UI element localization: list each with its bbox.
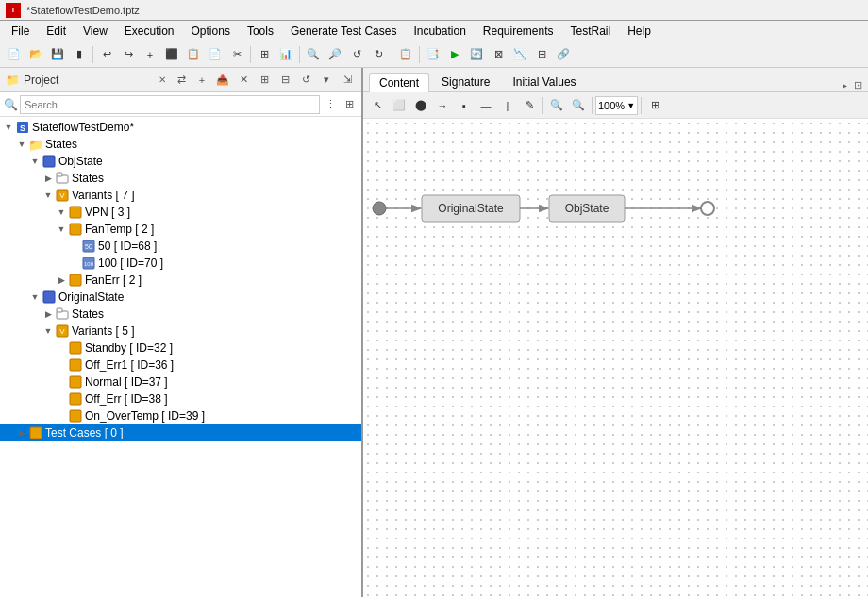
search-filter-btn[interactable]: ⊞ xyxy=(341,96,358,113)
toolbar-icon21[interactable]: ⊠ xyxy=(488,44,509,65)
panel-sync-btn[interactable]: ⇄ xyxy=(173,72,190,89)
tab-arrow-icon[interactable]: ▸ xyxy=(840,80,850,91)
rt-btn5[interactable]: ▪ xyxy=(454,95,475,116)
icon-offerr xyxy=(68,391,83,406)
rt-btn4[interactable]: → xyxy=(432,95,453,116)
expander-root[interactable]: ▼ xyxy=(2,123,15,132)
diagram-canvas[interactable]: OriginalState ObjState xyxy=(363,119,868,597)
rt-btn3[interactable]: ⬤ xyxy=(410,95,431,116)
rt-btn6[interactable]: — xyxy=(476,95,496,116)
tree-item-states-folder[interactable]: ▼ 📁 States xyxy=(0,136,361,153)
expander-originalstate[interactable]: ▼ xyxy=(28,292,42,302)
tree-item-fantemp[interactable]: ▼ FanTemp [ 2 ] xyxy=(0,221,361,238)
panel-dropdown-btn[interactable]: ▾ xyxy=(318,72,335,89)
panel-import-btn[interactable]: 📥 xyxy=(214,72,231,89)
menu-file[interactable]: File xyxy=(4,23,37,40)
toolbar-icon24[interactable]: 🔗 xyxy=(553,44,574,65)
tree-item-standby[interactable]: ▶ Standby [ ID=32 ] xyxy=(0,340,361,357)
panel-icon6[interactable]: ⊟ xyxy=(276,72,293,89)
tree-item-root[interactable]: ▼ S StateflowTestDemo* xyxy=(0,119,361,136)
menu-execution[interactable]: Execution xyxy=(117,23,182,40)
tree-item-normal[interactable]: ▶ Normal [ ID=37 ] xyxy=(0,373,361,390)
toolbar-icon4[interactable]: ▮ xyxy=(69,44,90,65)
panel-icon5[interactable]: ⊞ xyxy=(256,72,273,89)
toolbar-icon16[interactable]: ↻ xyxy=(368,44,389,65)
panel-refresh-btn[interactable]: ↺ xyxy=(297,72,314,89)
panel-delete-btn[interactable]: ✕ xyxy=(235,72,252,89)
panel-expand-btn[interactable]: ⇲ xyxy=(339,72,356,89)
tree-item-50[interactable]: ▶ 50 50 [ ID=68 ] xyxy=(0,238,361,255)
toolbar-icon18[interactable]: 📑 xyxy=(423,44,443,65)
zoom-dropdown[interactable]: 100% ▼ xyxy=(595,96,638,115)
redo-button[interactable]: ↪ xyxy=(118,44,139,65)
tree-item-testcases[interactable]: ▶ Test Cases [ 0 ] xyxy=(0,424,361,441)
menu-testrail[interactable]: TestRail xyxy=(563,23,619,40)
tree-item-offerr[interactable]: ▶ Off_Err [ ID=38 ] xyxy=(0,390,361,407)
toolbar-icon8[interactable]: ⬛ xyxy=(161,44,182,65)
search-options-btn[interactable]: ⋮ xyxy=(322,96,339,113)
zoom-in-button[interactable]: 🔍 xyxy=(303,44,324,65)
tab-initial-values[interactable]: Initial Values xyxy=(502,72,586,91)
menu-edit[interactable]: Edit xyxy=(39,23,74,40)
menu-tools[interactable]: Tools xyxy=(240,23,281,40)
toolbar-icon19[interactable]: ▶ xyxy=(444,44,465,65)
menu-help[interactable]: Help xyxy=(620,23,659,40)
tree-item-variants7[interactable]: ▼ V Variants [ 7 ] xyxy=(0,187,361,204)
rt-zoom-in[interactable]: 🔍 xyxy=(546,95,567,116)
toolbar-add[interactable]: + xyxy=(140,44,160,65)
expander-states-folder[interactable]: ▼ xyxy=(15,140,28,149)
tree-item-originalstate[interactable]: ▼ OriginalState xyxy=(0,289,361,306)
rt-zoom-out[interactable]: 🔍 xyxy=(568,95,589,116)
tree-item-100[interactable]: ▶ 100 100 [ ID=70 ] xyxy=(0,255,361,272)
tree-item-variants5[interactable]: ▼ V Variants [ 5 ] xyxy=(0,323,361,340)
expander-objstate[interactable]: ▼ xyxy=(28,157,42,166)
toolbar-icon20[interactable]: 🔄 xyxy=(466,44,487,65)
undo-button[interactable]: ↩ xyxy=(96,44,117,65)
tab-content[interactable]: Content xyxy=(369,73,429,92)
tree-item-onovertemp[interactable]: ▶ On_OverTemp [ ID=39 ] xyxy=(0,407,361,424)
save-button[interactable]: 💾 xyxy=(47,44,68,65)
tree-item-origstate-states[interactable]: ▶ States xyxy=(0,306,361,323)
menu-generate[interactable]: Generate Test Cases xyxy=(283,23,405,40)
menu-view[interactable]: View xyxy=(75,23,115,40)
rt-btn7[interactable]: | xyxy=(497,95,518,116)
rt-grid-btn[interactable]: ⊞ xyxy=(644,95,665,116)
expander-variants7[interactable]: ▼ xyxy=(42,191,55,200)
expander-vpn[interactable]: ▼ xyxy=(55,207,68,217)
toolbar-icon23[interactable]: ⊞ xyxy=(531,44,552,65)
toolbar-refresh[interactable]: ↺ xyxy=(346,44,367,65)
rt-btn1[interactable]: ↖ xyxy=(367,95,388,116)
menu-options[interactable]: Options xyxy=(184,23,238,40)
toolbar-icon12[interactable]: ⊞ xyxy=(254,44,275,65)
tree-label-objstate: ObjState xyxy=(58,155,103,168)
toolbar-icon11[interactable]: ✂ xyxy=(226,44,247,65)
toolbar-icon9[interactable]: 📋 xyxy=(183,44,204,65)
search-input[interactable] xyxy=(20,95,320,114)
rt-btn2[interactable]: ⬜ xyxy=(389,95,409,116)
expander-fanerr[interactable]: ▶ xyxy=(55,275,68,285)
tree-item-offerr1[interactable]: ▶ Off_Err1 [ ID=36 ] xyxy=(0,357,361,373)
project-panel-close[interactable]: ✕ xyxy=(156,74,169,87)
tab-signature[interactable]: Signature xyxy=(431,72,500,91)
tree-item-fanerr[interactable]: ▶ FanErr [ 2 ] xyxy=(0,272,361,289)
tree-item-objstate[interactable]: ▼ ObjState xyxy=(0,153,361,170)
expander-variants5[interactable]: ▼ xyxy=(42,326,55,336)
panel-new-btn[interactable]: + xyxy=(193,72,210,89)
menu-requirements[interactable]: Requirements xyxy=(476,23,561,40)
expander-testcases[interactable]: ▶ xyxy=(15,428,28,438)
expander-objstate-states[interactable]: ▶ xyxy=(42,174,55,183)
expander-fantemp[interactable]: ▼ xyxy=(55,224,68,234)
open-button[interactable]: 📂 xyxy=(25,44,46,65)
expander-origstate-states[interactable]: ▶ xyxy=(42,309,55,319)
toolbar-icon22[interactable]: 📉 xyxy=(509,44,530,65)
toolbar-icon17[interactable]: 📋 xyxy=(395,44,416,65)
menu-incubation[interactable]: Incubation xyxy=(406,23,473,40)
toolbar-icon13[interactable]: 📊 xyxy=(275,44,296,65)
toolbar-icon10[interactable]: 📄 xyxy=(205,44,225,65)
tree-item-objstate-states[interactable]: ▶ States xyxy=(0,170,361,187)
new-button[interactable]: 📄 xyxy=(4,44,25,65)
tab-maximize-icon[interactable]: ⊡ xyxy=(854,79,862,91)
zoom-out-button[interactable]: 🔎 xyxy=(325,44,345,65)
rt-btn8[interactable]: ✎ xyxy=(519,95,540,116)
tree-item-vpn[interactable]: ▼ VPN [ 3 ] xyxy=(0,204,361,221)
